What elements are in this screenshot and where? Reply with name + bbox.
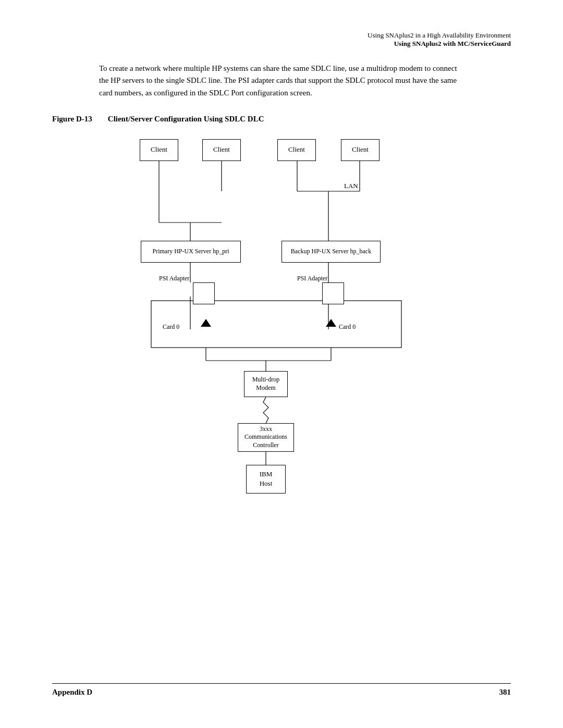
header-line2: Using SNAplus2 with MC/ServiceGuard (52, 40, 511, 48)
header-line1: Using SNAplus2 in a High Availability En… (52, 31, 511, 40)
client3-box: Client (277, 139, 316, 161)
psi2-label: PSI Adapter (297, 275, 327, 282)
controller-box: 3xxxCommunicationsController (238, 423, 294, 452)
psi1-box (193, 282, 215, 304)
card0-left-label: Card 0 (163, 323, 179, 331)
svg-marker-13 (201, 319, 211, 327)
psi2-box (322, 282, 344, 304)
figure-caption: Client/Server Configuration Using SDLC D… (108, 115, 264, 124)
svg-marker-14 (326, 319, 336, 327)
backup-server-box: Backup HP-UX Server hp_back (282, 241, 381, 263)
card0-right-label: Card 0 (339, 323, 356, 331)
primary-server-box: Primary HP-UX Server hp_pri (141, 241, 241, 263)
client2-box: Client (202, 139, 241, 161)
psi1-label: PSI Adapter (159, 275, 189, 282)
client4-box: Client (341, 139, 380, 161)
ibm-host-box: IBMHost (246, 465, 286, 493)
figure-title: Figure D-13 Client/Server Configuration … (52, 115, 511, 124)
svg-rect-12 (151, 301, 401, 348)
footer-right: 381 (499, 688, 511, 697)
figure-label: Figure D-13 (52, 115, 92, 124)
body-paragraph: To create a network where multiple HP sy… (99, 63, 464, 99)
lan-label: LAN (344, 182, 358, 190)
network-diagram: Client Client Client Client LAN Primary … (120, 134, 443, 488)
page-footer: Appendix D 381 (52, 683, 511, 697)
modem-box: Multi-drop Modem (244, 371, 288, 397)
client1-box: Client (140, 139, 178, 161)
page-header: Using SNAplus2 in a High Availability En… (52, 31, 511, 48)
diagram-container: Client Client Client Client LAN Primary … (52, 134, 511, 488)
footer-left: Appendix D (52, 688, 92, 697)
